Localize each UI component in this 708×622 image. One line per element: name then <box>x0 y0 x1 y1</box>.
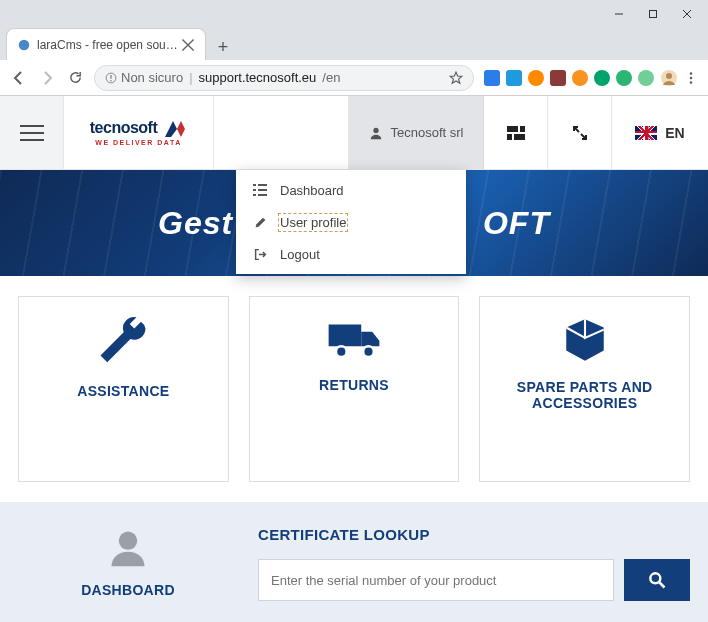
new-tab-button[interactable]: + <box>210 34 236 60</box>
svg-point-33 <box>363 346 374 357</box>
svg-rect-25 <box>253 184 256 186</box>
certificate-lookup: CERTIFICATE LOOKUP <box>258 526 690 601</box>
url-host: support.tecnosoft.eu <box>199 70 317 85</box>
language-code: EN <box>665 125 684 141</box>
dropdown-label: Dashboard <box>280 183 344 198</box>
pencil-icon <box>252 216 268 229</box>
user-icon <box>369 126 383 140</box>
favicon-icon <box>17 38 31 52</box>
browser-tab[interactable]: laraCms - free open source CMS <box>6 28 206 60</box>
svg-line-24 <box>581 134 585 138</box>
svg-rect-31 <box>329 325 362 347</box>
ext-icon[interactable] <box>572 70 588 86</box>
card-title: SPARE PARTS AND ACCESSORIES <box>480 379 689 411</box>
dashboard-panel[interactable]: DASHBOARD <box>18 526 238 601</box>
reload-button[interactable] <box>62 65 88 91</box>
svg-rect-19 <box>507 126 518 132</box>
language-switcher[interactable]: EN <box>612 96 708 169</box>
card-returns[interactable]: RETURNS <box>249 296 460 482</box>
back-button[interactable] <box>6 65 32 91</box>
bookmark-star-icon[interactable] <box>449 71 463 85</box>
ext-icon[interactable] <box>506 70 522 86</box>
logo-tagline: WE DELIVER DATA <box>90 139 187 146</box>
insecure-label: Non sicuro <box>121 70 183 85</box>
svg-rect-1 <box>650 11 657 18</box>
logo-icon <box>163 119 187 139</box>
flag-uk-icon <box>635 126 657 140</box>
card-assistance[interactable]: ASSISTANCE <box>18 296 229 482</box>
svg-marker-16 <box>165 121 177 137</box>
avatar-icon[interactable] <box>660 69 678 87</box>
cards-row: ASSISTANCE RETURNS SPARE PARTS AND ACCES… <box>0 276 708 502</box>
cube-icon <box>560 315 610 365</box>
dropdown-item-logout[interactable]: Logout <box>236 238 466 270</box>
tab-strip: laraCms - free open source CMS + <box>0 28 708 60</box>
svg-point-9 <box>110 79 111 80</box>
svg-point-34 <box>119 532 137 550</box>
lookup-title: CERTIFICATE LOOKUP <box>258 526 690 543</box>
svg-point-18 <box>373 127 378 132</box>
ext-icon[interactable] <box>638 70 654 86</box>
search-button[interactable] <box>624 559 690 601</box>
fullscreen-button[interactable] <box>548 96 612 169</box>
svg-point-35 <box>650 573 660 583</box>
card-view-button[interactable] <box>484 96 548 169</box>
svg-point-15 <box>690 81 693 84</box>
window-minimize-button[interactable] <box>602 4 636 24</box>
forward-button[interactable] <box>34 65 60 91</box>
address-input[interactable]: Non sicuro | support.tecnosoft.eu/en <box>94 65 474 91</box>
window-close-button[interactable] <box>670 4 704 24</box>
svg-point-14 <box>690 76 693 79</box>
logo[interactable]: tecnosoft WE DELIVER DATA <box>64 96 214 169</box>
user-menu-button[interactable]: Tecnosoft srl <box>349 96 484 169</box>
dropdown-item-dashboard[interactable]: Dashboard <box>236 174 466 206</box>
list-icon <box>252 184 268 196</box>
svg-rect-30 <box>258 194 267 196</box>
svg-rect-21 <box>507 134 512 140</box>
svg-line-23 <box>575 128 579 132</box>
dropdown-label: Logout <box>280 247 320 262</box>
ext-icon[interactable] <box>616 70 632 86</box>
svg-point-12 <box>666 73 672 79</box>
svg-rect-29 <box>253 194 256 196</box>
ext-icon[interactable] <box>550 70 566 86</box>
logo-text: tecnosoft <box>90 119 158 136</box>
ext-icon[interactable] <box>484 70 500 86</box>
insecure-indicator: Non sicuro <box>105 70 183 85</box>
svg-rect-20 <box>520 126 525 132</box>
svg-rect-22 <box>514 134 525 140</box>
serial-input[interactable] <box>258 559 614 601</box>
search-icon <box>647 570 667 590</box>
menu-button[interactable] <box>0 96 64 169</box>
svg-point-32 <box>336 346 347 357</box>
card-title: ASSISTANCE <box>67 383 179 399</box>
svg-point-4 <box>19 39 30 50</box>
wrench-icon <box>96 315 150 369</box>
extension-icons <box>480 69 702 87</box>
card-spare-parts[interactable]: SPARE PARTS AND ACCESSORIES <box>479 296 690 482</box>
lower-section: DASHBOARD CERTIFICATE LOOKUP <box>0 502 708 622</box>
page-content: tecnosoft WE DELIVER DATA Tecnosoft srl … <box>0 96 708 622</box>
url-path: /en <box>322 70 340 85</box>
svg-rect-27 <box>253 189 256 191</box>
app-header: tecnosoft WE DELIVER DATA Tecnosoft srl … <box>0 96 708 170</box>
ext-icon[interactable] <box>528 70 544 86</box>
dropdown-item-user-profile[interactable]: User profile <box>236 206 466 238</box>
svg-rect-28 <box>258 189 267 191</box>
panel-title: DASHBOARD <box>81 582 175 598</box>
header-spacer <box>214 96 349 169</box>
user-grey-icon <box>106 526 150 570</box>
user-label: Tecnosoft srl <box>391 125 464 140</box>
dropdown-label: User profile <box>280 215 346 230</box>
address-bar: Non sicuro | support.tecnosoft.eu/en <box>0 60 708 96</box>
svg-marker-17 <box>177 121 185 137</box>
svg-rect-26 <box>258 184 267 186</box>
logout-icon <box>252 248 268 261</box>
tab-close-icon[interactable] <box>181 38 195 52</box>
svg-marker-10 <box>450 72 462 83</box>
window-maximize-button[interactable] <box>636 4 670 24</box>
ext-icon[interactable] <box>594 70 610 86</box>
browser-menu-icon[interactable] <box>684 71 698 85</box>
truck-icon <box>325 315 383 363</box>
window-titlebar <box>0 0 708 28</box>
